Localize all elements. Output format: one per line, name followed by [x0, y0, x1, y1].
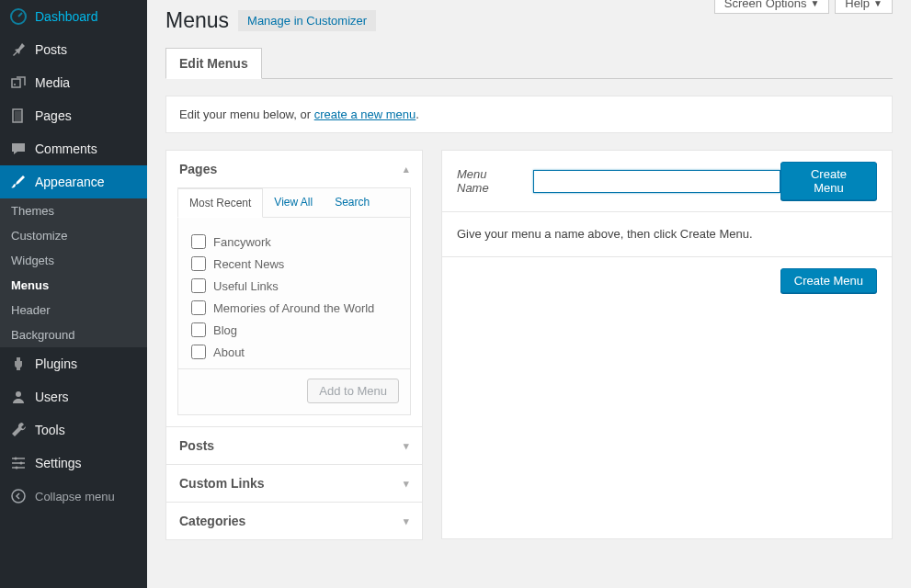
page-item-label: Memories of Around the World	[213, 301, 374, 315]
dashboard-icon	[9, 7, 28, 26]
sidebar-item-appearance[interactable]: Appearance	[0, 165, 147, 198]
menu-edit-header: Menu Name Create Menu	[442, 151, 892, 212]
menu-items-accordion: Pages ▴ Most Recent View All Search Fanc…	[165, 150, 423, 539]
help-label: Help	[845, 0, 870, 10]
help-button[interactable]: Help ▼	[835, 0, 893, 14]
sidebar-item-media[interactable]: Media	[0, 66, 147, 99]
caret-down-icon: ▾	[404, 478, 409, 490]
sidebar-item-pages[interactable]: Pages	[0, 99, 147, 132]
sidebar-item-label: Settings	[35, 456, 82, 470]
page-checkbox-row[interactable]: Memories of Around the World	[191, 297, 397, 319]
page-title: Menus	[165, 8, 229, 33]
sidebar-item-comments[interactable]: Comments	[0, 132, 147, 165]
accordion-posts-header[interactable]: Posts ▾	[166, 427, 422, 464]
svg-point-6	[15, 458, 17, 460]
collapse-menu-button[interactable]: Collapse menu	[0, 480, 147, 513]
screen-options-label: Screen Options	[724, 0, 807, 10]
menu-edit-panel: Menu Name Create Menu Give your menu a n…	[441, 150, 893, 539]
tab-most-recent[interactable]: Most Recent	[177, 188, 263, 218]
page-checkbox-row[interactable]: Recent News	[191, 253, 397, 275]
sidebar-item-label: Appearance	[35, 175, 105, 189]
screen-options-button[interactable]: Screen Options ▼	[714, 0, 830, 14]
sidebar-item-users[interactable]: Users	[0, 380, 147, 413]
tab-search[interactable]: Search	[324, 188, 381, 217]
caret-up-icon: ▴	[404, 164, 409, 175]
wrench-icon	[9, 421, 28, 439]
page-checkbox[interactable]	[191, 256, 206, 271]
submenu-item-background[interactable]: Background	[0, 322, 147, 347]
submenu-item-menus[interactable]: Menus	[0, 273, 147, 298]
svg-point-5	[16, 391, 21, 397]
add-to-menu-button[interactable]: Add to Menu	[307, 379, 399, 403]
accordion-pages-header[interactable]: Pages ▴	[166, 151, 422, 187]
page-item-label: Recent News	[213, 257, 284, 271]
sidebar-item-tools[interactable]: Tools	[0, 413, 147, 447]
pages-inside-tabs: Most Recent View All Search	[178, 188, 410, 218]
svg-rect-4	[15, 111, 22, 122]
menu-name-input[interactable]	[533, 170, 780, 193]
accordion-posts: Posts ▾	[165, 426, 423, 465]
page-icon	[9, 107, 28, 125]
menu-name-label: Menu Name	[457, 167, 522, 195]
tab-view-all[interactable]: View All	[263, 188, 324, 217]
appearance-submenu: Themes Customize Widgets Menus Header Ba…	[0, 198, 147, 347]
create-menu-button-top[interactable]: Create Menu	[780, 162, 877, 200]
caret-down-icon: ▾	[404, 515, 409, 527]
media-icon	[9, 74, 28, 92]
collapse-icon	[9, 487, 28, 505]
page-item-label: Fancywork	[213, 235, 271, 249]
sidebar-item-label: Tools	[35, 423, 65, 437]
submenu-item-themes[interactable]: Themes	[0, 198, 147, 223]
page-checkbox-row[interactable]: About	[191, 341, 397, 363]
submenu-item-widgets[interactable]: Widgets	[0, 248, 147, 273]
create-new-menu-link[interactable]: create a new menu	[314, 107, 416, 121]
pin-icon	[9, 40, 28, 59]
submenu-item-customize[interactable]: Customize	[0, 223, 147, 248]
accordion-custom-links: Custom Links ▾	[165, 464, 423, 503]
svg-point-7	[20, 462, 23, 465]
page-checkbox[interactable]	[191, 322, 206, 337]
page-checkbox-row[interactable]: Fancywork	[191, 231, 397, 253]
tab-edit-menus[interactable]: Edit Menus	[165, 48, 262, 79]
page-item-label: Useful Links	[213, 279, 279, 293]
accordion-categories-header[interactable]: Categories ▾	[166, 503, 422, 539]
sidebar-item-label: Dashboard	[35, 9, 98, 24]
create-menu-button-bottom[interactable]: Create Menu	[780, 268, 877, 293]
nav-tabs: Edit Menus	[165, 48, 893, 79]
svg-point-9	[12, 490, 25, 503]
plug-icon	[9, 355, 28, 373]
accordion-categories: Categories ▾	[165, 502, 423, 540]
sidebar-item-settings[interactable]: Settings	[0, 447, 147, 480]
svg-point-2	[14, 84, 16, 85]
pages-item-list: Fancywork Recent News Useful Links Memor…	[178, 218, 410, 368]
accordion-custom-links-header[interactable]: Custom Links ▾	[166, 465, 422, 502]
sidebar-item-label: Users	[35, 390, 69, 404]
sidebar-item-posts[interactable]: Posts	[0, 33, 147, 66]
caret-down-icon: ▼	[810, 0, 819, 8]
page-item-label: About	[213, 345, 245, 359]
submenu-item-header[interactable]: Header	[0, 298, 147, 322]
user-icon	[9, 388, 28, 406]
sidebar-item-label: Posts	[35, 42, 67, 57]
caret-down-icon: ▼	[873, 0, 883, 8]
sidebar-item-label: Plugins	[35, 356, 77, 371]
page-checkbox[interactable]	[191, 345, 206, 359]
comment-icon	[9, 140, 28, 158]
caret-down-icon: ▾	[404, 440, 409, 452]
accordion-pages: Pages ▴ Most Recent View All Search Fanc…	[165, 150, 423, 427]
page-checkbox[interactable]	[191, 278, 206, 293]
page-checkbox[interactable]	[191, 234, 206, 249]
menu-body-help-text: Give your menu a name above, then click …	[457, 227, 753, 241]
sidebar-item-plugins[interactable]: Plugins	[0, 347, 147, 380]
sidebar-item-label: Comments	[35, 141, 97, 156]
manage-in-customizer-link[interactable]: Manage in Customizer	[238, 10, 376, 31]
brush-icon	[9, 173, 28, 191]
sidebar-item-dashboard[interactable]: Dashboard	[0, 0, 147, 33]
accordion-title: Custom Links	[179, 476, 265, 491]
sidebar-item-label: Pages	[35, 108, 72, 123]
accordion-title: Categories	[179, 514, 245, 528]
page-checkbox-row[interactable]: Blog	[191, 319, 397, 341]
page-checkbox-row[interactable]: Useful Links	[191, 275, 397, 297]
intro-suffix: .	[416, 107, 419, 121]
page-checkbox[interactable]	[191, 300, 206, 315]
